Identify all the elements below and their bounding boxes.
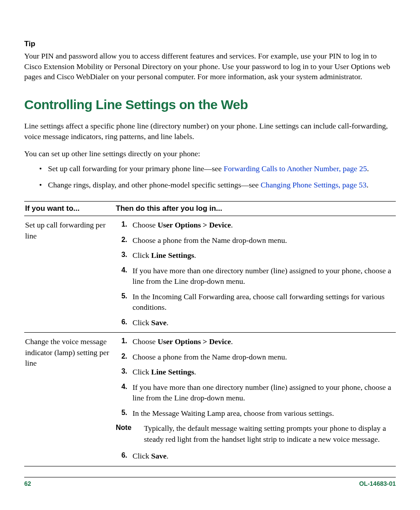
bullet-text: Change rings, display, and other phone-m… (48, 180, 261, 189)
step-number: 4. (116, 382, 133, 392)
note-label: Note (116, 423, 140, 433)
step: 3.Click Line Settings. (116, 367, 393, 378)
instructions-table: If you want to... Then do this after you… (24, 201, 396, 466)
bullet-suffix: . (367, 164, 368, 173)
step-text: Click Save. (133, 317, 393, 328)
steps-cell: 1.Choose User Options > Device. 2.Choose… (115, 216, 396, 333)
step-number: 5. (116, 291, 133, 301)
bullet-text: Set up call forwarding for your primary … (48, 164, 224, 173)
want-cell: Change the voice message indicator (lamp… (24, 333, 115, 466)
step-number: 6. (116, 317, 133, 327)
note-text: Typically, the default message waiting s… (140, 423, 393, 444)
intro-paragraph-1: Line settings affect a specific phone li… (24, 121, 396, 142)
step-number: 3. (116, 367, 133, 376)
document-id: OL-14683-01 (359, 480, 396, 487)
step: 2.Choose a phone from the Name drop-down… (116, 352, 393, 363)
table-header-do: Then do this after you log in... (115, 202, 396, 216)
step-number: 4. (116, 265, 133, 275)
table-row: Change the voice message indicator (lamp… (24, 333, 396, 466)
bullet-list: Set up call forwarding for your primary … (24, 164, 396, 191)
bullet-suffix: . (367, 180, 368, 189)
want-cell: Set up call forwarding per line (24, 216, 115, 333)
table-row: Set up call forwarding per line 1.Choose… (24, 216, 396, 333)
step: 1.Choose User Options > Device. (116, 220, 393, 231)
note: Note Typically, the default message wait… (116, 423, 393, 444)
step-text: Choose User Options > Device. (133, 336, 393, 347)
step-text: Click Save. (133, 451, 393, 462)
step: 3.Click Line Settings. (116, 250, 393, 261)
step-text: Choose a phone from the Name drop-down m… (133, 235, 393, 246)
step-number: 3. (116, 250, 133, 260)
step-text: In the Incoming Call Forwarding area, ch… (133, 291, 393, 313)
step-text: Click Line Settings. (133, 367, 393, 378)
step: 6.Click Save. (116, 317, 393, 328)
step-text: If you have more than one directory numb… (133, 382, 393, 404)
steps-cell: 1.Choose User Options > Device. 2.Choose… (115, 333, 396, 466)
step-number: 6. (116, 451, 133, 460)
table-header-want: If you want to... (24, 202, 115, 216)
section-title: Controlling Line Settings on the Web (24, 97, 396, 112)
step-number: 5. (116, 408, 133, 418)
step: 4.If you have more than one directory nu… (116, 265, 393, 287)
step: 5.In the Incoming Call Forwarding area, … (116, 291, 393, 313)
list-item: Set up call forwarding for your primary … (39, 164, 396, 174)
step: 5.In the Message Waiting Lamp area, choo… (116, 408, 393, 419)
document-page: Tip Your PIN and password allow you to a… (0, 0, 420, 510)
cross-reference-link[interactable]: Changing Phone Settings, page 53 (261, 180, 367, 189)
step-text: If you have more than one directory numb… (133, 265, 393, 287)
step: 2.Choose a phone from the Name drop-down… (116, 235, 393, 246)
intro-paragraph-2: You can set up other line settings direc… (24, 149, 396, 159)
step-text: Choose User Options > Device. (133, 220, 393, 231)
page-footer: 62 OL-14683-01 (24, 477, 396, 487)
tip-heading: Tip (24, 40, 396, 48)
page-number: 62 (24, 480, 31, 487)
step-text: Choose a phone from the Name drop-down m… (133, 352, 393, 363)
step: 4.If you have more than one directory nu… (116, 382, 393, 404)
step-number: 1. (116, 336, 133, 346)
step-number: 1. (116, 220, 133, 229)
step-number: 2. (116, 235, 133, 245)
step: 1.Choose User Options > Device. (116, 336, 393, 347)
tip-body: Your PIN and password allow you to acces… (24, 51, 396, 82)
cross-reference-link[interactable]: Forwarding Calls to Another Number, page… (224, 164, 367, 173)
step-number: 2. (116, 352, 133, 361)
step-text: In the Message Waiting Lamp area, choose… (133, 408, 393, 419)
list-item: Change rings, display, and other phone-m… (39, 180, 396, 191)
step-text: Click Line Settings. (133, 250, 393, 261)
step: 6.Click Save. (116, 451, 393, 462)
